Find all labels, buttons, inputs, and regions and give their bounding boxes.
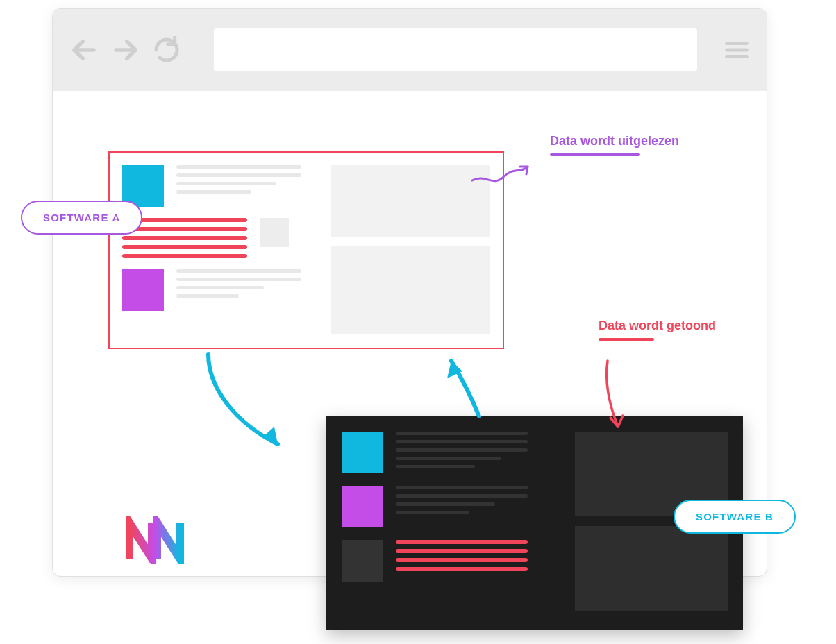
text-lines xyxy=(396,486,528,514)
browser-toolbar xyxy=(53,9,767,91)
software-a-panel xyxy=(108,151,504,349)
text-lines xyxy=(176,165,301,194)
annotation-show: Data wordt getoond xyxy=(599,318,716,341)
thumbnail-cyan xyxy=(342,432,383,473)
underline xyxy=(550,153,640,156)
thumbnail-magenta xyxy=(342,486,383,527)
thumbnail-gray xyxy=(260,218,289,247)
annotation-read: Data wordt uitgelezen xyxy=(550,133,679,156)
address-bar[interactable] xyxy=(214,28,697,71)
software-b-label: SOFTWARE B xyxy=(674,500,796,534)
forward-icon[interactable] xyxy=(111,35,140,65)
thumbnail-dark xyxy=(342,540,383,582)
software-a-label: SOFTWARE A xyxy=(21,201,142,235)
thumbnail-magenta xyxy=(122,269,164,311)
preview-box xyxy=(575,526,728,611)
logo xyxy=(126,516,195,564)
underline xyxy=(599,338,654,341)
back-icon[interactable] xyxy=(69,35,99,65)
annotation-text: Data wordt uitgelezen xyxy=(550,134,679,148)
hamburger-icon[interactable] xyxy=(724,37,750,63)
text-lines-red xyxy=(396,540,528,571)
annotation-text: Data wordt getoond xyxy=(599,319,716,332)
text-lines xyxy=(396,432,528,468)
preview-column xyxy=(331,165,490,334)
preview-box xyxy=(331,246,490,334)
preview-box xyxy=(331,165,490,237)
refresh-icon[interactable] xyxy=(153,36,181,64)
text-lines xyxy=(176,269,301,298)
